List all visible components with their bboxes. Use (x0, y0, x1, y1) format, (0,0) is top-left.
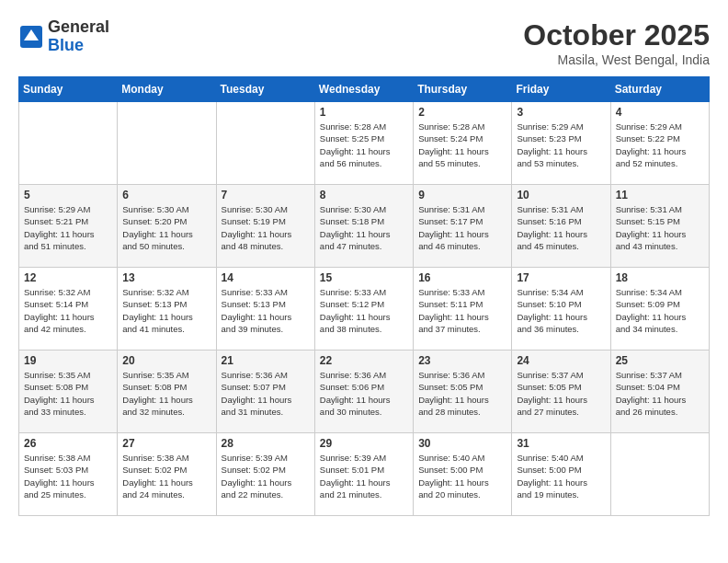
logo: General Blue (18, 18, 109, 55)
calendar-cell: 13Sunrise: 5:32 AM Sunset: 5:13 PM Dayli… (118, 268, 216, 350)
calendar-week-row: 1Sunrise: 5:28 AM Sunset: 5:25 PM Daylig… (19, 102, 710, 185)
calendar-cell (118, 102, 216, 185)
calendar-cell: 8Sunrise: 5:30 AM Sunset: 5:18 PM Daylig… (314, 185, 413, 268)
calendar-cell: 19Sunrise: 5:35 AM Sunset: 5:08 PM Dayli… (19, 350, 118, 433)
calendar-cell: 1Sunrise: 5:28 AM Sunset: 5:25 PM Daylig… (314, 102, 413, 185)
cell-content: Sunrise: 5:39 AM Sunset: 5:01 PM Dayligh… (320, 452, 408, 500)
day-number: 17 (517, 271, 605, 284)
day-number: 19 (24, 354, 112, 367)
day-number: 24 (517, 354, 605, 367)
day-number: 18 (616, 271, 704, 284)
cell-content: Sunrise: 5:31 AM Sunset: 5:17 PM Dayligh… (418, 203, 506, 252)
cell-content: Sunrise: 5:29 AM Sunset: 5:21 PM Dayligh… (24, 203, 112, 252)
weekday-header: Sunday (19, 77, 118, 102)
day-number: 7 (222, 189, 310, 201)
calendar-cell: 26Sunrise: 5:38 AM Sunset: 5:03 PM Dayli… (19, 433, 118, 516)
calendar-subtitle: Masila, West Bengal, India (523, 52, 710, 67)
calendar-cell: 27Sunrise: 5:38 AM Sunset: 5:02 PM Dayli… (118, 433, 216, 516)
cell-content: Sunrise: 5:34 AM Sunset: 5:10 PM Dayligh… (517, 286, 605, 335)
calendar-cell: 10Sunrise: 5:31 AM Sunset: 5:16 PM Dayli… (512, 185, 610, 268)
day-number: 31 (517, 437, 605, 450)
weekday-header: Tuesday (216, 77, 314, 102)
day-number: 25 (616, 354, 704, 367)
cell-content: Sunrise: 5:38 AM Sunset: 5:03 PM Dayligh… (24, 452, 112, 500)
calendar-cell: 4Sunrise: 5:29 AM Sunset: 5:22 PM Daylig… (610, 102, 709, 185)
day-number: 16 (418, 271, 506, 284)
day-number: 21 (222, 354, 310, 367)
day-number: 15 (320, 271, 408, 284)
calendar-week-row: 26Sunrise: 5:38 AM Sunset: 5:03 PM Dayli… (19, 433, 710, 516)
calendar-cell: 5Sunrise: 5:29 AM Sunset: 5:21 PM Daylig… (19, 185, 118, 268)
cell-content: Sunrise: 5:38 AM Sunset: 5:02 PM Dayligh… (122, 452, 210, 500)
cell-content: Sunrise: 5:30 AM Sunset: 5:19 PM Dayligh… (222, 203, 310, 252)
day-number: 13 (122, 271, 210, 284)
cell-content: Sunrise: 5:36 AM Sunset: 5:06 PM Dayligh… (320, 369, 408, 418)
calendar-cell: 2Sunrise: 5:28 AM Sunset: 5:24 PM Daylig… (414, 102, 512, 185)
calendar-cell: 22Sunrise: 5:36 AM Sunset: 5:06 PM Dayli… (314, 350, 413, 433)
logo-text: General Blue (48, 18, 109, 55)
page-header: General Blue October 2025 Masila, West B… (18, 18, 710, 67)
calendar-cell: 29Sunrise: 5:39 AM Sunset: 5:01 PM Dayli… (314, 433, 413, 516)
weekday-header: Monday (118, 77, 216, 102)
calendar-cell: 28Sunrise: 5:39 AM Sunset: 5:02 PM Dayli… (216, 433, 314, 516)
calendar-cell: 31Sunrise: 5:40 AM Sunset: 5:00 PM Dayli… (512, 433, 610, 516)
calendar-cell (610, 433, 709, 516)
logo-general: General (48, 17, 109, 36)
day-number: 9 (418, 189, 506, 201)
calendar-title: October 2025 (523, 18, 710, 52)
calendar-cell: 21Sunrise: 5:36 AM Sunset: 5:07 PM Dayli… (216, 350, 314, 433)
calendar-cell: 7Sunrise: 5:30 AM Sunset: 5:19 PM Daylig… (216, 185, 314, 268)
cell-content: Sunrise: 5:36 AM Sunset: 5:07 PM Dayligh… (222, 369, 310, 418)
day-number: 4 (616, 106, 704, 119)
calendar-week-row: 12Sunrise: 5:32 AM Sunset: 5:14 PM Dayli… (19, 268, 710, 350)
cell-content: Sunrise: 5:33 AM Sunset: 5:12 PM Dayligh… (320, 286, 408, 335)
calendar-week-row: 19Sunrise: 5:35 AM Sunset: 5:08 PM Dayli… (19, 350, 710, 433)
calendar-cell: 3Sunrise: 5:29 AM Sunset: 5:23 PM Daylig… (512, 102, 610, 185)
calendar-week-row: 5Sunrise: 5:29 AM Sunset: 5:21 PM Daylig… (19, 185, 710, 268)
cell-content: Sunrise: 5:32 AM Sunset: 5:14 PM Dayligh… (24, 286, 112, 335)
cell-content: Sunrise: 5:37 AM Sunset: 5:04 PM Dayligh… (616, 369, 704, 418)
day-number: 10 (517, 189, 605, 201)
calendar-cell: 14Sunrise: 5:33 AM Sunset: 5:13 PM Dayli… (216, 268, 314, 350)
cell-content: Sunrise: 5:39 AM Sunset: 5:02 PM Dayligh… (222, 452, 310, 500)
day-number: 20 (122, 354, 210, 367)
logo-icon (18, 24, 44, 50)
calendar-cell (216, 102, 314, 185)
cell-content: Sunrise: 5:40 AM Sunset: 5:00 PM Dayligh… (517, 452, 605, 500)
calendar-cell: 6Sunrise: 5:30 AM Sunset: 5:20 PM Daylig… (118, 185, 216, 268)
day-number: 14 (222, 271, 310, 284)
weekday-header: Saturday (610, 77, 709, 102)
day-number: 8 (320, 189, 408, 201)
calendar-cell: 15Sunrise: 5:33 AM Sunset: 5:12 PM Dayli… (314, 268, 413, 350)
cell-content: Sunrise: 5:35 AM Sunset: 5:08 PM Dayligh… (24, 369, 112, 418)
cell-content: Sunrise: 5:31 AM Sunset: 5:15 PM Dayligh… (616, 203, 704, 252)
day-number: 27 (122, 437, 210, 450)
weekday-header: Wednesday (314, 77, 413, 102)
cell-content: Sunrise: 5:29 AM Sunset: 5:23 PM Dayligh… (517, 121, 605, 169)
calendar-cell: 20Sunrise: 5:35 AM Sunset: 5:08 PM Dayli… (118, 350, 216, 433)
cell-content: Sunrise: 5:31 AM Sunset: 5:16 PM Dayligh… (517, 203, 605, 252)
cell-content: Sunrise: 5:30 AM Sunset: 5:18 PM Dayligh… (320, 203, 408, 252)
calendar-cell: 11Sunrise: 5:31 AM Sunset: 5:15 PM Dayli… (610, 185, 709, 268)
day-number: 30 (418, 437, 506, 450)
day-number: 11 (616, 189, 704, 201)
cell-content: Sunrise: 5:36 AM Sunset: 5:05 PM Dayligh… (418, 369, 506, 418)
cell-content: Sunrise: 5:32 AM Sunset: 5:13 PM Dayligh… (122, 286, 210, 335)
cell-content: Sunrise: 5:28 AM Sunset: 5:25 PM Dayligh… (320, 121, 408, 169)
cell-content: Sunrise: 5:37 AM Sunset: 5:05 PM Dayligh… (517, 369, 605, 418)
weekday-header-row: SundayMondayTuesdayWednesdayThursdayFrid… (19, 77, 710, 102)
day-number: 26 (24, 437, 112, 450)
calendar-cell: 25Sunrise: 5:37 AM Sunset: 5:04 PM Dayli… (610, 350, 709, 433)
calendar-cell: 24Sunrise: 5:37 AM Sunset: 5:05 PM Dayli… (512, 350, 610, 433)
cell-content: Sunrise: 5:33 AM Sunset: 5:13 PM Dayligh… (222, 286, 310, 335)
cell-content: Sunrise: 5:40 AM Sunset: 5:00 PM Dayligh… (418, 452, 506, 500)
cell-content: Sunrise: 5:29 AM Sunset: 5:22 PM Dayligh… (616, 121, 704, 169)
day-number: 1 (320, 106, 408, 119)
day-number: 2 (418, 106, 506, 119)
day-number: 28 (222, 437, 310, 450)
title-block: October 2025 Masila, West Bengal, India (523, 18, 710, 67)
calendar-cell: 12Sunrise: 5:32 AM Sunset: 5:14 PM Dayli… (19, 268, 118, 350)
day-number: 5 (24, 189, 112, 201)
weekday-header: Friday (512, 77, 610, 102)
calendar-cell (19, 102, 118, 185)
